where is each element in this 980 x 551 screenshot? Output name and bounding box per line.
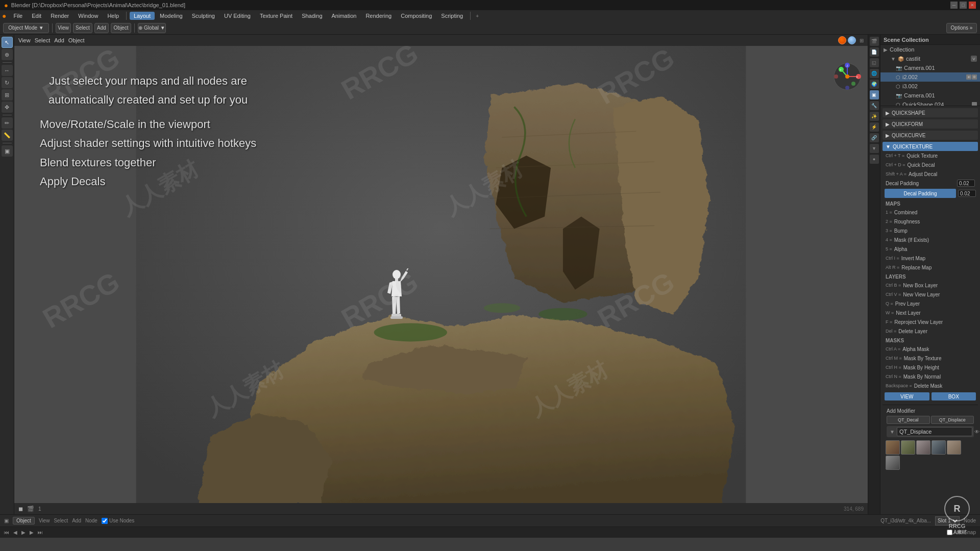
shift-a-row: Shift + A = Adjust Decal bbox=[883, 169, 978, 179]
tb-object[interactable]: Object bbox=[111, 23, 131, 33]
view-label[interactable]: View bbox=[18, 37, 31, 43]
thumb-2[interactable] bbox=[901, 440, 915, 455]
menu-uv-editing[interactable]: UV Editing bbox=[220, 12, 255, 20]
close-btn[interactable]: ✕ bbox=[969, 2, 976, 9]
minimize-btn[interactable]: ─ bbox=[950, 2, 958, 9]
i2-sel-icon[interactable]: ⊕ bbox=[972, 74, 977, 80]
transform-tool-btn[interactable]: ✥ bbox=[2, 102, 13, 113]
scale-tool-btn[interactable]: ⊞ bbox=[2, 89, 13, 101]
add-label[interactable]: Add bbox=[54, 37, 64, 43]
menu-layout[interactable]: Layout bbox=[130, 12, 155, 20]
sb-view[interactable]: View bbox=[39, 518, 50, 523]
tree-qs024[interactable]: ⬡ QuickShape.024 bbox=[880, 100, 980, 106]
world-props-btn[interactable]: 🌍 bbox=[870, 80, 879, 89]
box-btn[interactable]: BOX bbox=[932, 392, 976, 400]
decal-padding-input2[interactable] bbox=[958, 190, 976, 197]
modifier-props-btn[interactable]: 🔧 bbox=[870, 101, 879, 110]
select-label[interactable]: Select bbox=[35, 37, 51, 43]
tree-i3[interactable]: ⬡ i3.002 bbox=[880, 82, 980, 91]
menu-texture-paint[interactable]: Texture Paint bbox=[256, 12, 297, 20]
sb-node[interactable]: Node bbox=[85, 518, 97, 523]
menu-file[interactable]: File bbox=[9, 12, 27, 20]
castlit-icon-btn[interactable]: V bbox=[971, 56, 977, 62]
qs024-icon[interactable] bbox=[972, 102, 977, 106]
sb-object-btn[interactable]: Object bbox=[13, 517, 35, 524]
menu-scripting[interactable]: Scripting bbox=[437, 12, 467, 20]
physics-props-btn[interactable]: ⚡ bbox=[870, 122, 879, 132]
sb-use-nodes-label[interactable]: Use Nodes bbox=[102, 518, 134, 524]
viewport-3d[interactable]: View Select Add Object ⊞ bbox=[14, 35, 868, 514]
menu-rendering[interactable]: Rendering bbox=[361, 12, 396, 20]
qt-decal-tab[interactable]: QT_Decal bbox=[887, 416, 930, 424]
menu-help[interactable]: Help bbox=[103, 12, 123, 20]
data-props-btn[interactable]: ▼ bbox=[870, 144, 879, 153]
bb-prev-keyframe[interactable]: ◀ bbox=[13, 530, 17, 535]
cursor-tool-btn[interactable]: ⊕ bbox=[2, 49, 13, 60]
menu-modeling[interactable]: Modeling bbox=[156, 12, 187, 20]
view-layer-props-btn[interactable]: ◱ bbox=[870, 58, 879, 67]
mod-vis-icon[interactable]: 👁 bbox=[974, 429, 979, 435]
rotate-tool-btn[interactable]: ↻ bbox=[2, 77, 13, 88]
object-props-btn[interactable]: ▣ bbox=[870, 90, 879, 99]
tb-view[interactable]: View bbox=[56, 23, 71, 33]
modifier-section: Add Modifier QT_Decal QT_Displace ▼ bbox=[883, 405, 978, 473]
annotate-tool-btn[interactable]: ✏ bbox=[2, 117, 13, 129]
tb-add[interactable]: Add bbox=[94, 23, 109, 33]
menu-animation[interactable]: Animation bbox=[328, 12, 361, 20]
thumb-4[interactable] bbox=[932, 440, 946, 455]
menu-render[interactable]: Render bbox=[46, 12, 73, 20]
quickcurve-header[interactable]: ▶ QUICKCURVE bbox=[883, 131, 978, 140]
bb-next-keyframe[interactable]: ▶ bbox=[30, 530, 34, 535]
sb-select[interactable]: Select bbox=[54, 518, 68, 523]
measure-tool-btn[interactable]: 📏 bbox=[2, 130, 13, 141]
output-props-btn[interactable]: 📄 bbox=[870, 47, 879, 57]
tb-mode-dropdown[interactable]: Object Mode ▼ bbox=[3, 23, 49, 33]
quickform-header[interactable]: ▶ QUICKFORM bbox=[883, 119, 978, 129]
decal-padding-active-btn[interactable]: Decal Padding bbox=[885, 189, 956, 198]
i2-vis-icon[interactable]: 👁 bbox=[966, 74, 971, 80]
constraints-props-btn[interactable]: 🔗 bbox=[870, 133, 879, 142]
qt-displace-tab[interactable]: QT_Displace bbox=[931, 416, 974, 424]
object-label[interactable]: Object bbox=[68, 37, 85, 43]
maximize-btn[interactable]: □ bbox=[960, 2, 967, 9]
render-props-btn[interactable]: 🎬 bbox=[870, 37, 879, 46]
menu-shading[interactable]: Shading bbox=[298, 12, 326, 20]
move-tool-btn[interactable]: ↔ bbox=[2, 65, 13, 76]
select-tool-btn[interactable]: ↖ bbox=[2, 37, 13, 48]
tree-camera2[interactable]: 📷 Camera.001 bbox=[880, 91, 980, 100]
ctrl-a-key: Ctrl A = bbox=[886, 346, 900, 352]
quickshape-header[interactable]: ▶ QUICKSHAPE bbox=[883, 108, 978, 117]
menu-window[interactable]: Window bbox=[74, 12, 102, 20]
tb-global[interactable]: ⊕ Global ▼ bbox=[138, 23, 166, 33]
viewport-shading-solid[interactable] bbox=[838, 36, 846, 44]
thumb-1[interactable] bbox=[886, 440, 900, 455]
view-btn[interactable]: VIEW bbox=[885, 392, 929, 400]
qc-arrow: ▶ bbox=[886, 133, 890, 138]
material-props-btn[interactable]: ● bbox=[870, 155, 879, 164]
shift-a-label: Adjust Decal bbox=[909, 171, 975, 177]
thumb-5[interactable] bbox=[947, 440, 961, 455]
modifier-name-input[interactable] bbox=[897, 427, 972, 436]
menu-edit[interactable]: Edit bbox=[28, 12, 45, 20]
layers-section-title: LAYERS bbox=[883, 272, 978, 281]
tree-castlit[interactable]: ▼ 📦 castlit V bbox=[880, 54, 980, 63]
viewport-shading-rendered[interactable] bbox=[848, 36, 856, 44]
decal-padding-input[interactable] bbox=[957, 180, 975, 187]
tree-i2[interactable]: ⬡ i2.002 👁 ⊕ bbox=[880, 72, 980, 82]
tree-camera[interactable]: 📷 Camera.001 bbox=[880, 63, 980, 72]
menu-sculpting[interactable]: Sculpting bbox=[188, 12, 219, 20]
particles-props-btn[interactable]: ✨ bbox=[870, 112, 879, 121]
sb-add[interactable]: Add bbox=[72, 518, 81, 523]
quicktexture-header[interactable]: ▼ QUICKTEXTURE bbox=[883, 142, 978, 151]
menu-compositing[interactable]: Compositing bbox=[397, 12, 436, 20]
bb-play[interactable]: ▶ bbox=[21, 530, 26, 535]
navigation-gizmo[interactable]: X Y Z bbox=[832, 61, 863, 92]
tb-options[interactable]: Options » bbox=[946, 23, 977, 33]
tree-collection[interactable]: ▶ Collection bbox=[880, 45, 980, 54]
tb-select[interactable]: Select bbox=[73, 23, 92, 33]
thumb-6[interactable] bbox=[886, 456, 900, 470]
sb-use-nodes-checkbox[interactable] bbox=[102, 518, 108, 524]
scene-props-btn[interactable]: 🌐 bbox=[870, 69, 879, 78]
add-cube-tool-btn[interactable]: ▣ bbox=[2, 145, 13, 157]
thumb-3[interactable] bbox=[916, 440, 930, 455]
